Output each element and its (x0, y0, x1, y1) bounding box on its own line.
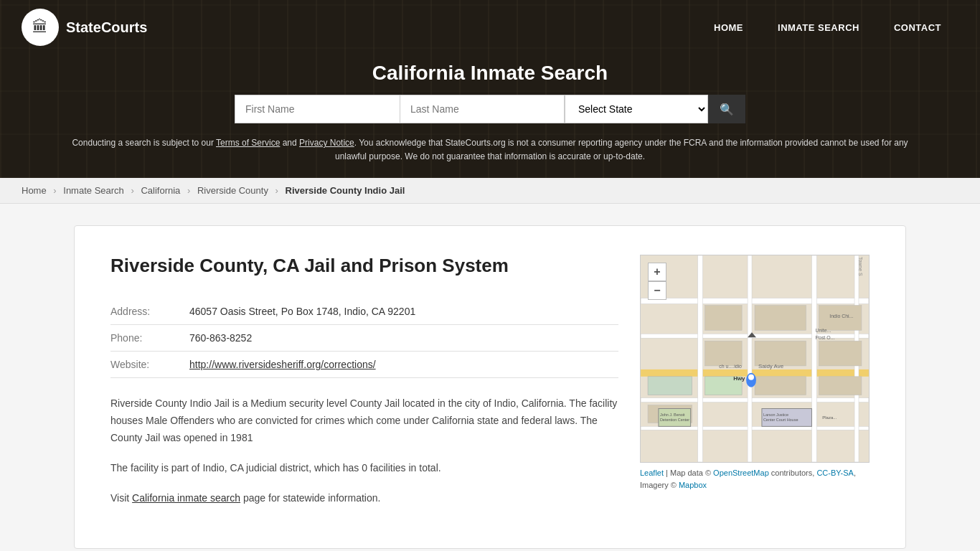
svg-rect-18 (819, 377, 862, 395)
terms-link[interactable]: Terms of Service (216, 138, 280, 148)
nav-inmate-search[interactable]: INMATE SEARCH (760, 15, 877, 40)
svg-text:Saidy Ave: Saidy Ave (758, 363, 784, 369)
page-title: California Inmate Search (14, 62, 966, 85)
address-row: Address: 46057 Oasis Street, Po Box 1748… (110, 298, 618, 325)
phone-value: 760-863-8252 (189, 332, 252, 344)
svg-rect-11 (705, 342, 742, 367)
svg-rect-8 (811, 255, 816, 462)
logo-text: StateCourts (66, 19, 147, 36)
svg-text:Plaza...: Plaza... (822, 416, 837, 420)
breadcrumb-home[interactable]: Home (22, 185, 47, 196)
svg-text:Detention Center: Detention Center (660, 418, 689, 423)
description-3-prefix: Visit (110, 492, 132, 504)
svg-rect-7 (748, 255, 752, 462)
breadcrumb-riverside-county[interactable]: Riverside County (197, 185, 268, 196)
svg-text:Larson Justice: Larson Justice (763, 413, 788, 418)
map-attribution: Leaflet | Map data © OpenStreetMap contr… (640, 467, 870, 491)
site-header: 🏛 StateCourts HOME INMATE SEARCH CONTACT… (0, 0, 980, 178)
website-link[interactable]: http://www.riversidesheriff.org/correcti… (189, 359, 376, 370)
disclaimer-text: Conducting a search is subject to our Te… (14, 132, 966, 168)
osm-link[interactable]: OpenStreetMap (713, 468, 769, 477)
search-button[interactable]: 🔍 (708, 95, 745, 123)
main-container: Riverside County, CA Jail and Prison Sys… (60, 225, 920, 549)
mapbox-link[interactable]: Mapbox (679, 481, 707, 489)
svg-rect-4 (641, 398, 869, 402)
svg-text:ch u....idio: ch u....idio (719, 364, 742, 369)
description-3: Visit California inmate search page for … (110, 490, 618, 507)
website-label: Website: (110, 359, 189, 370)
breadcrumb-sep-1: › (53, 185, 56, 196)
map-controls: + − (648, 263, 666, 300)
phone-label: Phone: (110, 332, 189, 344)
map-container: Saidy Ave ch u....idio Indio Chi... Town… (640, 255, 870, 463)
svg-rect-19 (648, 377, 692, 395)
svg-text:Towne S: Towne S (858, 257, 863, 276)
svg-rect-1 (641, 298, 869, 304)
svg-text:John J. Benoit: John J. Benoit (660, 413, 685, 418)
svg-text:Post O...: Post O... (815, 336, 834, 341)
facility-title: Riverside County, CA Jail and Prison Sys… (110, 255, 618, 277)
svg-point-36 (748, 375, 754, 380)
svg-rect-5 (641, 427, 869, 430)
site-logo[interactable]: 🏛 StateCourts (22, 9, 147, 46)
info-table: Address: 46057 Oasis Street, Po Box 1748… (110, 298, 618, 378)
description-1: Riverside County Indio Jail is a Medium … (110, 395, 618, 446)
logo-icon: 🏛 (22, 9, 59, 46)
address-value: 46057 Oasis Street, Po Box 1748, Indio, … (189, 306, 415, 317)
cc-link[interactable]: CC-BY-SA (816, 468, 854, 477)
leaflet-link[interactable]: Leaflet (640, 468, 664, 477)
state-select[interactable]: Select StateAlabamaAlaskaArizonaArkansas… (565, 95, 708, 123)
content-left: Riverside County, CA Jail and Prison Sys… (110, 255, 618, 519)
address-label: Address: (110, 306, 189, 317)
svg-rect-10 (705, 306, 742, 331)
search-icon: 🔍 (720, 103, 734, 116)
svg-text:Indio Chi...: Indio Chi... (829, 314, 853, 319)
content-right: Saidy Ave ch u....idio Indio Chi... Town… (640, 255, 870, 519)
nav-contact[interactable]: CONTACT (877, 15, 958, 40)
svg-rect-17 (819, 342, 862, 367)
breadcrumb: Home › Inmate Search › California › Rive… (0, 178, 980, 204)
svg-rect-14 (755, 342, 806, 367)
website-row: Website: http://www.riversidesheriff.org… (110, 352, 618, 378)
map-svg: Saidy Ave ch u....idio Indio Chi... Town… (641, 255, 869, 462)
svg-rect-15 (755, 377, 806, 395)
breadcrumb-sep-4: › (275, 185, 278, 196)
svg-rect-13 (755, 306, 806, 331)
svg-text:Unite...: Unite... (815, 329, 831, 334)
privacy-link[interactable]: Privacy Notice (299, 138, 354, 148)
content-card: Riverside County, CA Jail and Prison Sys… (74, 225, 906, 549)
breadcrumb-sep-3: › (187, 185, 190, 196)
breadcrumb-sep-2: › (131, 185, 133, 196)
top-navigation: 🏛 StateCourts HOME INMATE SEARCH CONTACT (0, 0, 980, 55)
website-value: http://www.riversidesheriff.org/correcti… (189, 359, 376, 370)
header-title-area: California Inmate Search Select StateAla… (0, 55, 980, 178)
svg-text:Center Court House: Center Court House (763, 418, 798, 423)
description-2: The facility is part of Indio, CA judici… (110, 460, 618, 477)
first-name-input[interactable] (235, 95, 400, 123)
breadcrumb-inmate-search[interactable]: Inmate Search (63, 185, 124, 196)
zoom-out-button[interactable]: − (648, 281, 666, 300)
last-name-input[interactable] (400, 95, 565, 123)
nav-home[interactable]: HOME (697, 15, 760, 40)
svg-rect-6 (698, 255, 703, 462)
description-3-suffix: page for statewide information. (240, 492, 380, 504)
search-form: Select StateAlabamaAlaskaArizonaArkansas… (14, 95, 966, 123)
phone-row: Phone: 760-863-8252 (110, 325, 618, 352)
zoom-in-button[interactable]: + (648, 263, 666, 281)
breadcrumb-california[interactable]: California (141, 185, 180, 196)
breadcrumb-current: Riverside County Indio Jail (286, 185, 405, 196)
california-search-link[interactable]: California inmate search (132, 492, 240, 504)
nav-links: HOME INMATE SEARCH CONTACT (697, 15, 958, 40)
